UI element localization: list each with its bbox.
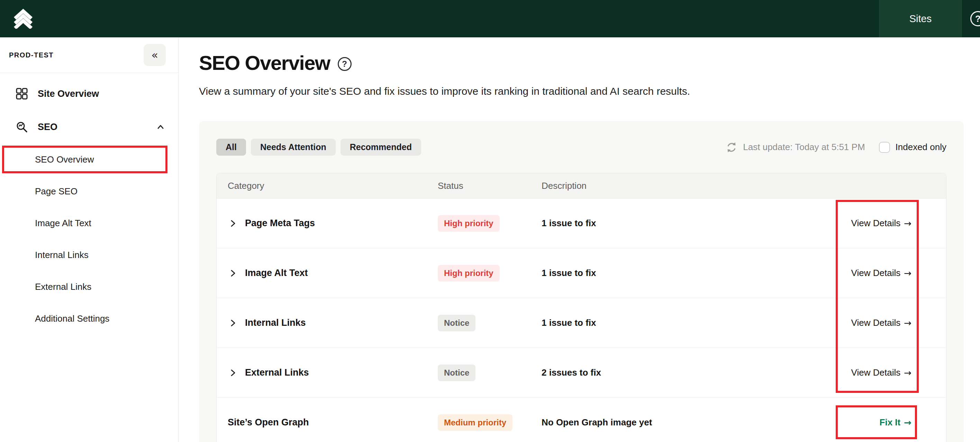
chevron-right-icon[interactable] xyxy=(228,218,238,229)
arrow-right-icon: → xyxy=(904,368,912,378)
sidebar-seo-children: SEO Overview Page SEO Image Alt Text Int… xyxy=(0,143,178,334)
category-label: External Links xyxy=(245,367,309,378)
table-row: Internal Links Notice 1 issue to fix Vie… xyxy=(216,298,946,348)
sites-nav-button[interactable]: Sites xyxy=(879,0,962,37)
filter-button-needs-attention[interactable]: Needs Attention xyxy=(251,139,336,156)
filter-row: AllNeeds AttentionRecommended Last updat… xyxy=(216,139,947,156)
description-text: 1 issue to fix xyxy=(542,218,766,229)
description-text: 1 issue to fix xyxy=(542,318,766,328)
status-badge: Notice xyxy=(438,315,476,331)
sidebar-item-additional-settings[interactable]: Additional Settings xyxy=(0,303,178,334)
status-badge: Medium priority xyxy=(438,414,512,431)
category-label: Site’s Open Graph xyxy=(228,417,309,428)
sidebar-child-label: Page SEO xyxy=(35,186,78,197)
sidebar-item-label: SEO xyxy=(38,122,57,132)
description-text: 1 issue to fix xyxy=(542,268,766,278)
sidebar-item-seo[interactable]: SEO xyxy=(0,110,178,143)
fix-it-link[interactable]: Fix It→ xyxy=(880,417,912,428)
category-label: Internal Links xyxy=(245,318,306,328)
column-header-description: Description xyxy=(542,181,766,191)
page-header: SEO Overview ? View a summary of your si… xyxy=(179,37,980,97)
sidebar-item-internal-links[interactable]: Internal Links xyxy=(0,239,178,271)
column-header-status: Status xyxy=(438,181,542,191)
chevron-right-icon[interactable] xyxy=(228,268,238,278)
chevron-right-icon[interactable] xyxy=(228,318,238,328)
table-row: External Links Notice 2 issues to fix Vi… xyxy=(216,348,946,397)
view-details-link[interactable]: View Details→ xyxy=(851,218,912,229)
seo-panel: AllNeeds AttentionRecommended Last updat… xyxy=(199,121,964,442)
page-subtitle: View a summary of your site's SEO and fi… xyxy=(199,86,980,97)
title-help-icon[interactable]: ? xyxy=(338,57,352,71)
grid-icon xyxy=(15,87,29,101)
sidebar-child-label: Image Alt Text xyxy=(35,218,91,229)
status-badge: High priority xyxy=(438,215,500,232)
description-text: 2 issues to fix xyxy=(542,367,766,378)
sidebar-item-external-links[interactable]: External Links xyxy=(0,271,178,303)
view-details-link[interactable]: View Details→ xyxy=(851,268,912,278)
chevron-up-icon[interactable] xyxy=(155,122,166,132)
sidebar-header: PROD-TEST « xyxy=(0,37,178,73)
app-logo-icon[interactable] xyxy=(13,9,33,29)
sidebar-nav: Site Overview SEO SEO Overview Page SEO xyxy=(0,73,178,334)
table-body: Page Meta Tags High priority 1 issue to … xyxy=(216,198,946,442)
last-update-label: Last update: Today at 5:51 PM xyxy=(743,142,865,153)
view-details-link[interactable]: View Details→ xyxy=(851,367,912,378)
indexed-only-label[interactable]: Indexed only xyxy=(896,142,947,153)
category-label: Image Alt Text xyxy=(245,268,308,278)
view-details-link[interactable]: View Details→ xyxy=(851,318,912,328)
indexed-only-checkbox[interactable] xyxy=(879,142,890,153)
main-content: SEO Overview ? View a summary of your si… xyxy=(179,37,980,442)
filter-buttons: AllNeeds AttentionRecommended xyxy=(216,139,426,156)
description-text: No Open Graph image yet xyxy=(542,417,766,428)
sidebar-item-page-seo[interactable]: Page SEO xyxy=(0,175,178,207)
arrow-right-icon: → xyxy=(904,417,912,428)
topbar: Sites ? xyxy=(0,0,980,37)
site-name-label: PROD-TEST xyxy=(9,51,54,59)
filter-button-all[interactable]: All xyxy=(216,139,246,156)
arrow-right-icon: → xyxy=(904,268,912,278)
sidebar-item-image-alt-text[interactable]: Image Alt Text xyxy=(0,207,178,239)
filter-button-recommended[interactable]: Recommended xyxy=(340,139,421,156)
sidebar-item-label: Site Overview xyxy=(38,89,99,99)
table-header-row: Category Status Description xyxy=(216,173,946,198)
status-badge: High priority xyxy=(438,265,500,281)
table-row: Page Meta Tags High priority 1 issue to … xyxy=(216,198,946,248)
status-badge: Notice xyxy=(438,364,476,381)
table-row: Site’s Open Graph Medium priority No Ope… xyxy=(216,397,946,442)
sidebar-item-site-overview[interactable]: Site Overview xyxy=(0,77,178,110)
sidebar-child-label: Additional Settings xyxy=(35,313,109,324)
seo-search-icon xyxy=(15,120,29,134)
category-label: Page Meta Tags xyxy=(245,218,315,229)
table-row: Image Alt Text High priority 1 issue to … xyxy=(216,248,946,298)
sidebar-child-label: Internal Links xyxy=(35,250,89,261)
sidebar-child-label: External Links xyxy=(35,281,91,292)
sidebar-item-seo-overview[interactable]: SEO Overview xyxy=(0,143,178,175)
help-icon[interactable]: ? xyxy=(970,11,980,26)
page-title: SEO Overview xyxy=(199,51,330,74)
column-header-category: Category xyxy=(228,181,438,191)
sidebar-child-label: SEO Overview xyxy=(35,154,94,165)
refresh-icon[interactable] xyxy=(725,142,737,153)
sidebar-collapse-button[interactable]: « xyxy=(143,44,166,66)
seo-table: Category Status Description Page Meta Ta… xyxy=(216,173,947,442)
chevron-right-icon[interactable] xyxy=(228,368,238,378)
arrow-right-icon: → xyxy=(904,218,912,229)
arrow-right-icon: → xyxy=(904,318,912,328)
sidebar: PROD-TEST « Site Overview xyxy=(0,37,178,442)
